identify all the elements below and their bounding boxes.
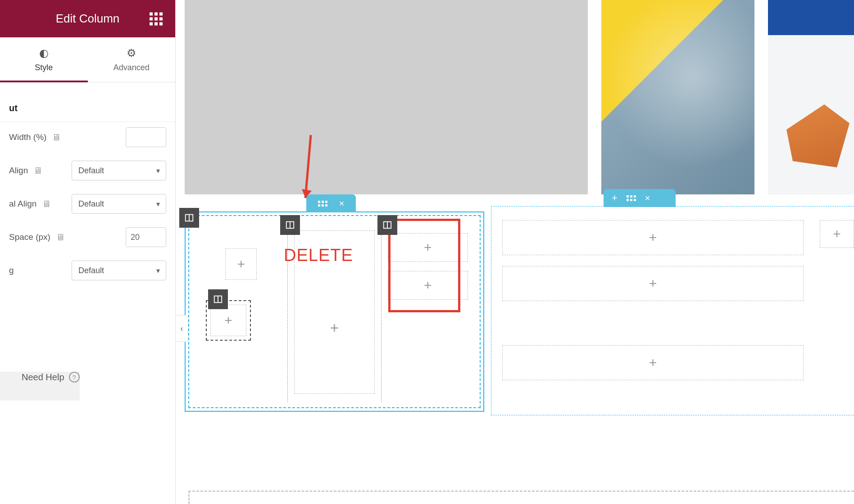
valign-label: al Align (9, 199, 36, 209)
image-dentist[interactable] (601, 0, 754, 194)
control-valign: al Align 🖥 Default (9, 194, 166, 214)
desktop-icon[interactable]: 🖥 (56, 232, 65, 243)
gear-icon: ⚙ (127, 47, 136, 59)
tag-label: g (9, 266, 14, 275)
chevron-left-icon: ‹ (181, 324, 183, 333)
add-widget[interactable]: + (325, 319, 343, 337)
align-select[interactable]: Default (72, 161, 166, 180)
control-tag: g Default (9, 261, 166, 280)
column-icon (382, 220, 392, 230)
drag-icon[interactable] (627, 195, 636, 201)
plus-icon: + (649, 355, 657, 370)
sidebar-header: Edit Column (0, 0, 175, 37)
need-help[interactable]: Need Help ? (0, 372, 80, 400)
editor-canvas: × + + + + + (176, 0, 854, 504)
sidebar-title: Edit Column (56, 12, 120, 26)
control-space: Space (px) 🖥 (9, 227, 166, 247)
plus-icon: + (424, 240, 432, 255)
plus-icon: + (833, 226, 841, 242)
image-tools[interactable] (768, 0, 854, 194)
plus-icon: + (224, 313, 232, 328)
plus-icon: + (649, 230, 657, 245)
plus-icon[interactable]: + (612, 192, 618, 204)
control-width: Width (%) 🖥 (9, 127, 166, 147)
add-widget[interactable]: + (502, 220, 804, 255)
tab-advanced-label: Advanced (114, 63, 150, 72)
close-icon[interactable]: × (645, 193, 650, 203)
space-label: Space (px) (9, 232, 50, 242)
tab-style-label: Style (35, 63, 53, 72)
add-widget[interactable]: + (388, 271, 468, 300)
column-3[interactable]: + + (382, 221, 474, 402)
inner-section-right[interactable]: + + + + (491, 206, 854, 415)
control-align: Align 🖥 Default (9, 161, 166, 180)
annotation-arrow (302, 135, 329, 212)
sidebar-tabs: ◐ Style ⚙ Advanced (0, 37, 175, 82)
plus-icon: + (424, 278, 432, 293)
sidebar: Edit Column ◐ Style ⚙ Advanced ut Width … (0, 0, 176, 504)
need-help-label: Need Help (22, 372, 64, 382)
add-widget[interactable]: + (388, 233, 468, 262)
svg-line-8 (305, 135, 311, 198)
column-handle[interactable] (179, 208, 199, 228)
column-handle[interactable] (208, 289, 228, 309)
half-circle-icon: ◐ (39, 47, 49, 59)
annotation-delete-label: DELETE (284, 246, 353, 265)
add-widget[interactable]: + (225, 248, 257, 280)
tab-style[interactable]: ◐ Style (0, 37, 88, 82)
section-layout-title[interactable]: ut (0, 90, 175, 122)
plus-icon: + (237, 256, 245, 272)
apps-icon[interactable] (150, 12, 163, 25)
column-handle[interactable] (377, 215, 397, 235)
hero-row (176, 0, 854, 194)
column-handle[interactable] (280, 215, 300, 235)
column-icon (285, 220, 295, 230)
space-input[interactable] (126, 227, 166, 247)
tag-select[interactable]: Default (72, 261, 166, 280)
desktop-icon[interactable]: 🖥 (52, 132, 61, 143)
add-section-drop[interactable] (188, 490, 854, 504)
desktop-icon[interactable]: 🖥 (33, 166, 42, 176)
column-icon (184, 213, 194, 223)
desktop-icon[interactable]: 🖥 (42, 199, 51, 209)
section-handle-right[interactable]: + × (604, 189, 676, 207)
column-1[interactable]: + + (195, 221, 288, 402)
width-input[interactable] (126, 127, 166, 147)
add-widget[interactable]: + (820, 220, 854, 248)
align-label: Align (9, 166, 28, 176)
column-icon (213, 294, 223, 304)
tab-advanced[interactable]: ⚙ Advanced (88, 37, 176, 82)
svg-marker-9 (302, 189, 312, 198)
width-label: Width (%) (9, 132, 46, 142)
inner-section-left[interactable]: + + + + + (185, 212, 484, 412)
column-main[interactable]: + + + (502, 220, 808, 401)
sidebar-collapse[interactable]: ‹ (176, 315, 188, 342)
add-widget[interactable]: + (502, 266, 804, 301)
plus-icon: + (330, 319, 339, 337)
column-side[interactable]: + (820, 220, 854, 401)
help-icon: ? (69, 372, 80, 382)
layout-controls: Width (%) 🖥 Align 🖥 Default al Align 🖥 D… (0, 122, 175, 291)
close-icon[interactable]: × (339, 198, 345, 209)
valign-select[interactable]: Default (72, 194, 166, 214)
add-widget[interactable]: + (210, 305, 246, 336)
image-placeholder[interactable] (185, 0, 588, 194)
add-widget[interactable]: + (502, 345, 804, 380)
plus-icon: + (649, 276, 657, 291)
